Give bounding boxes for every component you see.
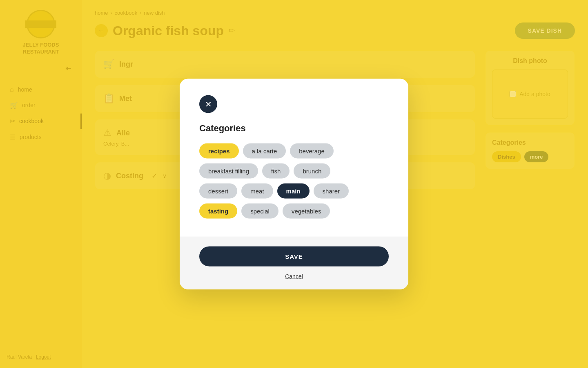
modal-title: Categories [199,123,389,134]
tags-row-1: recipes a la carte beverage [199,144,389,159]
tag-main[interactable]: main [277,184,310,199]
tags-row-3: dessert meat main sharer [199,184,389,199]
modal-save-button[interactable]: SAVE [199,247,389,267]
modal-close-button[interactable]: ✕ [199,95,217,113]
tag-brunch[interactable]: brunch [294,164,330,179]
tag-sharer[interactable]: sharer [314,184,349,199]
modal-cancel-button[interactable]: Cancel [285,273,303,280]
tag-vegetables[interactable]: vegetables [283,204,330,219]
tag-recipes[interactable]: recipes [199,144,239,159]
tag-dessert[interactable]: dessert [199,184,237,199]
tag-special[interactable]: special [241,204,278,219]
modal-body: ✕ Categories recipes a la carte beverage… [180,79,408,237]
tag-beverage[interactable]: beverage [290,144,334,159]
tag-tasting[interactable]: tasting [199,204,237,219]
tags-row-4: tasting special vegetables [199,204,389,219]
tags-row-2: breakfast filling fish brunch [199,164,389,179]
tag-meat[interactable]: meat [241,184,273,199]
tag-breakfast-filling[interactable]: breakfast filling [199,164,258,179]
categories-modal: ✕ Categories recipes a la carte beverage… [180,79,408,289]
tag-fish[interactable]: fish [262,164,290,179]
tag-a-la-carte[interactable]: a la carte [243,144,286,159]
close-icon: ✕ [205,99,212,109]
modal-footer: SAVE Cancel [180,237,408,289]
